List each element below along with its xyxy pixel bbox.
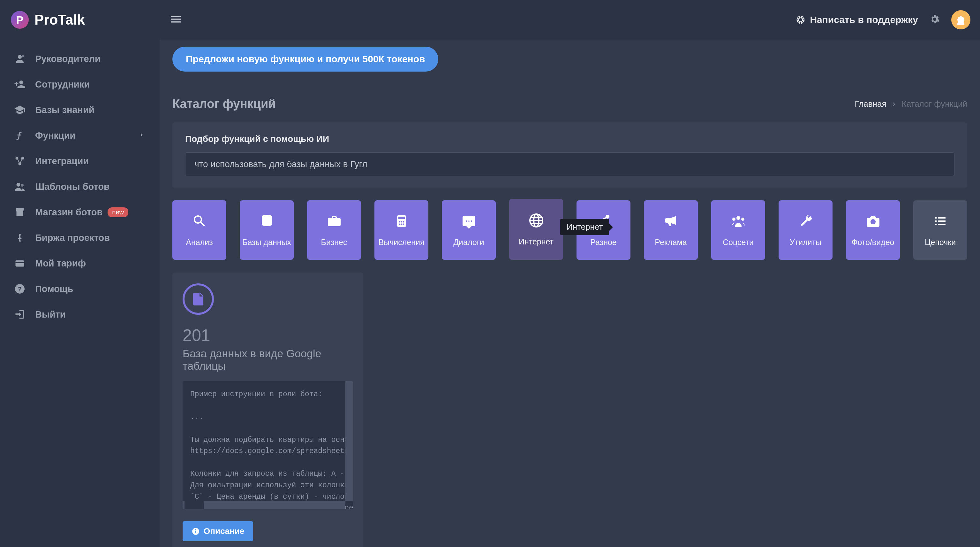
category-business[interactable]: Бизнес — [307, 200, 361, 260]
sidebar-item-knowledge[interactable]: Базы знаний — [0, 97, 160, 123]
breadcrumb: Главная Каталог функций — [855, 99, 967, 109]
sidebar-item-label: Выйти — [35, 309, 66, 320]
category-calculations[interactable]: Вычисления — [374, 200, 428, 260]
sidebar-item-store[interactable]: Магазин ботов new — [0, 199, 160, 225]
avatar[interactable] — [951, 10, 970, 29]
scrollbar-thumb[interactable] — [185, 501, 204, 509]
menu-toggle-button[interactable] — [169, 13, 183, 27]
scrollbar-horizontal[interactable] — [183, 501, 345, 509]
gear-icon — [929, 14, 940, 24]
megaphone-icon — [663, 214, 679, 230]
category-label: Анализ — [186, 238, 213, 247]
settings-button[interactable] — [929, 14, 940, 26]
svg-point-6 — [21, 184, 24, 187]
svg-point-31 — [870, 219, 876, 224]
sidebar-item-label: Интеграции — [35, 156, 89, 166]
svg-point-34 — [196, 529, 196, 530]
breadcrumb-home[interactable]: Главная — [855, 99, 886, 109]
support-icon — [796, 15, 805, 25]
card-icon — [14, 258, 25, 269]
category-media[interactable]: Фото/видео — [846, 200, 900, 260]
main: Написать в поддержку Предложи новую функ… — [160, 0, 980, 547]
category-utilities[interactable]: Утилиты — [779, 200, 832, 260]
sidebar-item-logout[interactable]: Выйти — [0, 301, 160, 327]
sidebar-item-employees[interactable]: Сотрудники — [0, 72, 160, 97]
svg-rect-16 — [398, 217, 405, 219]
category-label: Базы данных — [242, 238, 291, 247]
svg-point-18 — [401, 221, 402, 222]
svg-point-30 — [741, 218, 745, 221]
sidebar-item-help[interactable]: ? Помощь — [0, 276, 160, 301]
function-card: 201 База данных в виде Google таблицы Пр… — [172, 273, 363, 547]
support-link[interactable]: Написать в поддержку — [796, 14, 918, 25]
sidebar-item-tariff[interactable]: Мой тариф — [0, 250, 160, 276]
category-label: Реклама — [655, 238, 687, 247]
svg-point-4 — [19, 163, 21, 166]
category-dialogs[interactable]: Диалоги — [442, 200, 496, 260]
chat-icon — [461, 214, 477, 230]
sidebar-item-label: Мой тариф — [35, 258, 86, 269]
svg-point-25 — [606, 215, 609, 218]
search-input[interactable] — [185, 152, 955, 176]
camera-icon — [865, 214, 881, 230]
search-label: Подбор функций с помощью ИИ — [185, 134, 955, 144]
code-block[interactable]: Пример инструкции в роли бота: ... Ты до… — [183, 381, 353, 509]
breadcrumb-current: Каталог функций — [902, 99, 967, 109]
svg-point-21 — [401, 223, 402, 225]
promo-button[interactable]: Предложи новую функцию и получи 500К ток… — [172, 47, 438, 72]
store-icon — [14, 206, 25, 218]
managers-icon — [14, 53, 25, 65]
sidebar: ProTalk Руководители Сотрудники Базы зна… — [0, 0, 160, 547]
category-internet[interactable]: Интернет Интернет — [509, 199, 563, 260]
logo-icon — [11, 11, 29, 29]
google-sheets-icon — [183, 284, 214, 315]
function-title: База данных в виде Google таблицы — [183, 347, 353, 372]
sidebar-item-templates[interactable]: Шаблоны ботов — [0, 174, 160, 199]
svg-point-13 — [959, 16, 963, 21]
sidebar-item-label: Шаблоны ботов — [35, 182, 110, 192]
scrollbar-vertical[interactable] — [345, 381, 353, 501]
category-ads[interactable]: Реклама — [644, 200, 698, 260]
nav-list: Руководители Сотрудники Базы знаний Функ… — [0, 40, 160, 333]
category-databases[interactable]: Базы данных — [240, 200, 294, 260]
category-label: Разное — [590, 238, 617, 247]
calculator-icon — [394, 214, 409, 230]
list-icon — [933, 214, 948, 230]
sidebar-item-label: Сотрудники — [35, 79, 90, 90]
svg-point-0 — [18, 55, 22, 59]
svg-point-29 — [732, 218, 735, 221]
category-label: Бизнес — [321, 238, 347, 247]
pin-icon — [14, 232, 25, 244]
svg-point-20 — [399, 223, 400, 225]
svg-rect-7 — [16, 260, 24, 267]
users-group-icon — [731, 214, 746, 230]
svg-text:?: ? — [18, 285, 22, 293]
sidebar-item-label: Базы знаний — [35, 105, 94, 115]
page-header: Каталог функций Главная Каталог функций — [172, 97, 967, 111]
categories: Анализ Базы данных Бизнес Вычисления Диа… — [172, 200, 967, 260]
search-icon — [192, 214, 207, 230]
category-analysis[interactable]: Анализ — [172, 200, 226, 260]
tooltip: Интернет — [560, 219, 609, 235]
brand-name: ProTalk — [35, 12, 85, 28]
category-social[interactable]: Соцсети — [711, 200, 765, 260]
svg-point-5 — [17, 183, 21, 187]
page-title: Каталог функций — [172, 97, 276, 111]
sidebar-item-functions[interactable]: Функции — [0, 123, 160, 148]
sidebar-item-integrations[interactable]: Интеграции — [0, 148, 160, 174]
sidebar-item-projects[interactable]: Биржа проектов — [0, 225, 160, 250]
category-label: Утилиты — [790, 238, 821, 247]
logout-icon — [14, 309, 25, 320]
integrations-icon — [14, 155, 25, 167]
sidebar-item-label: Магазин ботов — [35, 207, 102, 218]
sidebar-item-managers[interactable]: Руководители — [0, 46, 160, 72]
description-button[interactable]: Описание — [183, 521, 253, 541]
chevron-right-icon — [891, 101, 897, 107]
svg-point-12 — [799, 18, 802, 21]
category-chains[interactable]: Цепочки — [913, 200, 967, 260]
category-label: Диалоги — [453, 238, 484, 247]
category-label: Соцсети — [723, 238, 754, 247]
logo[interactable]: ProTalk — [0, 0, 160, 40]
svg-point-22 — [402, 223, 404, 225]
sidebar-item-label: Помощь — [35, 284, 73, 294]
